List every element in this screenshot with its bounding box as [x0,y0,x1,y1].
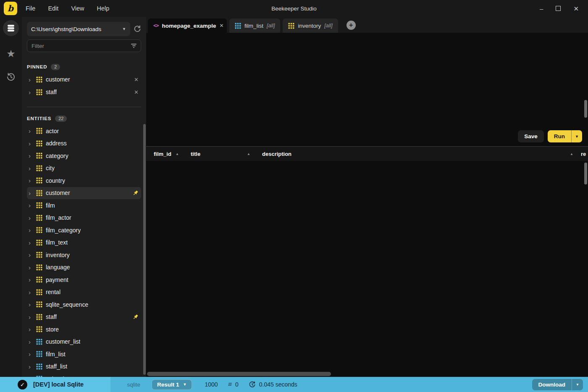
entity-row[interactable]: › film [27,199,141,212]
chevron-right-icon[interactable]: › [29,177,33,184]
run-dropdown-caret[interactable]: ▼ [571,130,582,142]
sort-asc-icon[interactable]: ▲ [176,152,179,156]
entity-row[interactable]: › film_text [27,237,141,249]
entity-row[interactable]: › film_actor [27,212,141,224]
close-button[interactable]: ✕ [573,5,579,12]
chevron-right-icon[interactable]: › [29,239,33,246]
run-label[interactable]: Run [548,130,571,142]
tab-close-icon[interactable]: ✕ [220,23,224,29]
sort-asc-icon[interactable]: ▲ [247,152,250,156]
chevron-right-icon[interactable]: › [29,128,33,134]
entity-row[interactable]: › sales_by_store [27,373,141,377]
entity-name: film_list [46,351,66,358]
chevron-right-icon[interactable]: › [29,165,33,171]
minimize-button[interactable]: – [540,5,543,12]
entity-row[interactable]: › rental [27,286,141,299]
save-button[interactable]: Save [518,130,544,142]
sort-asc-icon[interactable]: ▲ [570,152,573,156]
sidebar-scrollbar[interactable] [143,124,146,375]
chevron-right-icon[interactable]: › [29,289,33,295]
column-header-clipped[interactable]: re [578,151,588,157]
chevron-right-icon[interactable]: › [29,252,33,258]
tab-inventory[interactable]: inventory [all] [283,18,338,33]
horizontal-scrollbar[interactable] [147,372,331,376]
entity-row[interactable]: › city [27,162,141,175]
filter-input[interactable] [32,43,131,49]
entity-name: store [46,326,59,333]
column-header-description[interactable]: description ▲ [255,151,578,157]
chevron-right-icon[interactable]: › [29,89,33,95]
entity-row[interactable]: › country [27,174,141,187]
entity-row[interactable]: › payment [27,274,141,286]
entity-row[interactable]: › store [27,323,141,336]
sql-editor[interactable]: Save Run ▼ [146,33,588,146]
entity-row[interactable]: › customer_list [27,336,141,348]
menu-help[interactable]: Help [97,5,110,12]
chevron-right-icon[interactable]: › [29,190,33,196]
entity-filter[interactable] [27,39,141,52]
chevron-right-icon[interactable]: › [29,301,33,308]
column-header-film-id[interactable]: film_id ▲ [146,151,183,157]
entity-row[interactable]: › actor [27,125,141,137]
chevron-right-icon[interactable]: › [29,202,33,208]
chevron-right-icon[interactable]: › [29,326,33,332]
entity-row[interactable]: › inventory [27,249,141,261]
chevron-right-icon[interactable]: › [29,314,33,320]
database-nav-button[interactable] [3,20,19,36]
table-grid-icon [36,276,42,283]
chevron-right-icon[interactable]: › [29,363,33,370]
entity-row[interactable]: › staff [27,311,141,324]
maximize-button[interactable] [556,6,561,11]
menu-file[interactable]: File [26,5,35,12]
entity-name: country [46,177,65,184]
entity-row[interactable]: › sqlite_sequence [27,298,141,311]
entity-row[interactable]: › film_list [27,348,141,360]
chevron-right-icon[interactable]: › [29,215,33,221]
result-selector-button[interactable]: Result 1 ▼ [152,379,192,390]
chevron-right-icon[interactable]: › [29,140,33,147]
elapsed-time-stat: 0.045 seconds [249,381,297,388]
entity-row[interactable]: › staff_list [27,360,141,373]
menu-bar: File Edit View Help [26,5,109,12]
chevron-right-icon[interactable]: › [29,153,33,159]
chevron-right-icon[interactable]: › [29,351,33,357]
affected-rows-stat: ≡ 0 [228,381,239,388]
column-header-title[interactable]: title ▲ [183,151,255,157]
chevron-right-icon[interactable]: › [29,264,33,271]
chevron-right-icon[interactable]: › [29,376,33,377]
history-icon[interactable] [6,72,16,83]
entities-section-header[interactable]: ENTITIES 22 [27,115,141,122]
database-path-select[interactable]: C:\Users\ghstng\Downloads ▼ [27,22,130,36]
entity-row[interactable]: › address [27,137,141,150]
pinned-row[interactable]: › staff ✕ [27,86,141,98]
download-label[interactable]: Download [532,379,572,390]
entity-row[interactable]: › language [27,261,141,274]
tab-film-list[interactable]: film_list [all] [229,18,280,33]
connection-status-button[interactable]: ✓ [DEV] local Sqlite [0,377,110,392]
run-button[interactable]: Run ▼ [548,130,582,142]
unpin-close-icon[interactable]: ✕ [134,89,139,95]
elapsed-time: 0.045 seconds [259,381,297,388]
new-tab-button[interactable]: + [346,21,356,30]
chevron-right-icon[interactable]: › [29,339,33,345]
pinned-row[interactable]: › customer ✕ [27,73,141,86]
entity-row[interactable]: › customer [27,187,141,200]
entity-row[interactable]: › category [27,150,141,162]
tab-homepage-example[interactable]: <> homepage_example ✕ [148,18,227,33]
row-count-stat: 1000 [201,381,218,388]
table-grid-icon [36,165,42,171]
menu-view[interactable]: View [71,5,84,12]
results-scrollbar[interactable] [584,163,587,184]
refresh-button[interactable] [134,25,141,33]
entity-row[interactable]: › film_category [27,224,141,237]
menu-edit[interactable]: Edit [48,5,58,12]
pinned-section-header[interactable]: PINNED 2 [27,63,141,71]
chevron-right-icon[interactable]: › [29,227,33,233]
favorites-star-icon[interactable]: ★ [6,49,16,59]
download-button[interactable]: Download ▼ [532,379,583,390]
unpin-close-icon[interactable]: ✕ [134,76,139,83]
download-dropdown-caret[interactable]: ▼ [572,379,583,390]
chevron-right-icon[interactable]: › [29,76,33,83]
editor-scrollbar[interactable] [584,100,587,118]
chevron-right-icon[interactable]: › [29,276,33,283]
